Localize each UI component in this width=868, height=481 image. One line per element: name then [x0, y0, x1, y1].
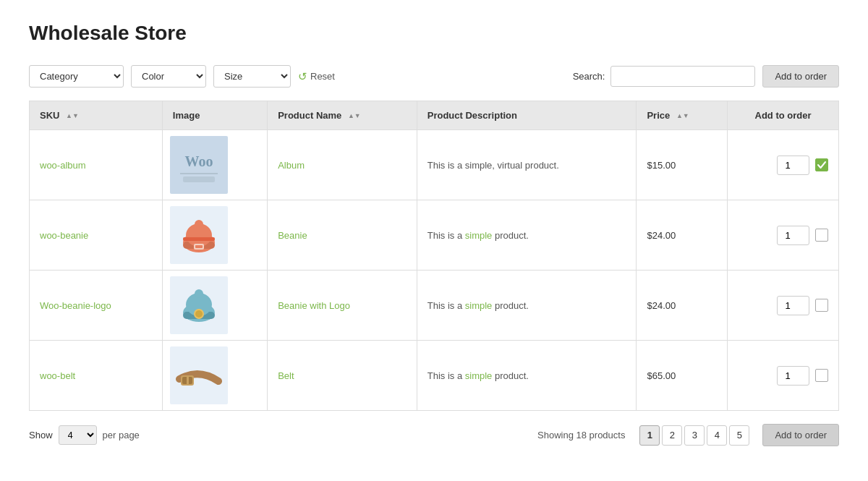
beanie-blue-image [174, 280, 224, 331]
svg-text:Woo: Woo [184, 153, 213, 169]
product-image-cell [162, 271, 267, 341]
col-header-price: Price ▲▼ [637, 101, 728, 130]
page-button-5[interactable]: 5 [729, 425, 749, 446]
add-checkbox[interactable] [815, 229, 828, 242]
product-description: This is a simple product. [417, 341, 637, 411]
page-title: Wholesale Store [29, 22, 839, 45]
add-to-order-button-bottom[interactable]: Add to order [762, 424, 839, 446]
per-page-label: per page [103, 430, 140, 440]
add-checkbox[interactable] [815, 369, 828, 382]
col-header-description: Product Description [417, 101, 637, 130]
table-row: woo-album Woo AlbumThis is a simple, vir… [30, 130, 839, 200]
product-description: This is a simple product. [417, 200, 637, 271]
product-description: This is a simple product. [417, 271, 637, 341]
product-name-link[interactable]: Beanie [278, 230, 307, 241]
sku-link[interactable]: woo-belt [40, 370, 75, 381]
category-select[interactable]: Category Accessories Clothing Music [29, 65, 124, 88]
col-header-product-name: Product Name ▲▼ [268, 101, 417, 130]
search-input[interactable] [610, 66, 755, 87]
product-price: $65.00 [647, 370, 676, 381]
qty-input[interactable] [777, 296, 809, 315]
sku-sort-icon[interactable]: ▲▼ [66, 113, 79, 120]
table-row: woo-beanie BeanieThis is a simple produc… [30, 200, 839, 271]
description-simple-link[interactable]: simple [465, 230, 493, 241]
product-price: $24.00 [647, 300, 676, 311]
pagination: 12345 [639, 425, 749, 446]
svg-rect-3 [183, 176, 215, 182]
svg-point-9 [195, 220, 203, 229]
add-checkbox[interactable] [815, 299, 828, 312]
svg-point-16 [195, 289, 203, 298]
footer-bar: Show 4 8 12 per page Showing 18 products… [29, 424, 839, 446]
description-simple-link[interactable]: simple [465, 370, 493, 381]
search-area: Search: [573, 66, 756, 87]
products-table: SKU ▲▼ Image Product Name ▲▼ Product Des… [29, 101, 839, 411]
svg-rect-22 [187, 376, 189, 385]
showing-label: Showing 18 products [537, 430, 625, 440]
woo-album-image: Woo [173, 139, 225, 191]
size-select[interactable]: Size Large Medium Small [213, 65, 291, 88]
add-to-order-cell [728, 271, 839, 341]
per-page-select[interactable]: 4 8 12 [59, 425, 97, 445]
page-button-2[interactable]: 2 [662, 425, 682, 446]
col-header-image: Image [162, 101, 267, 130]
product-image-cell [162, 341, 267, 411]
add-to-order-cell [728, 341, 839, 411]
product-image-cell: Woo [162, 130, 267, 200]
sku-link[interactable]: woo-album [40, 160, 86, 171]
toolbar: Category Accessories Clothing Music Colo… [29, 65, 839, 88]
reset-icon: ↺ [298, 70, 307, 83]
product-name-link[interactable]: Album [278, 160, 305, 171]
qty-input[interactable] [777, 226, 809, 245]
table-row: Woo-beanie-logo Beanie with LogoThis is … [30, 271, 839, 341]
add-to-order-cell [728, 130, 839, 200]
qty-input[interactable] [777, 156, 809, 175]
description-simple-link[interactable]: simple [465, 300, 493, 311]
price-sort-icon[interactable]: ▲▼ [676, 113, 689, 120]
add-to-order-button-top[interactable]: Add to order [762, 65, 839, 88]
product-description: This is a simple, virtual product. [417, 130, 637, 200]
beanie-orange-image [174, 210, 224, 260]
svg-point-18 [195, 310, 203, 318]
page-button-4[interactable]: 4 [707, 425, 727, 446]
reset-button[interactable]: ↺ Reset [298, 70, 335, 83]
add-to-order-cell [728, 200, 839, 271]
col-header-sku: SKU ▲▼ [30, 101, 163, 130]
page-button-1[interactable]: 1 [639, 425, 660, 446]
product-price: $15.00 [647, 160, 676, 171]
qty-input[interactable] [777, 366, 809, 386]
svg-rect-11 [195, 245, 203, 248]
product-image-cell [162, 200, 267, 271]
search-label: Search: [573, 71, 605, 82]
product-name-link[interactable]: Beanie with Logo [278, 300, 350, 311]
product-name-sort-icon[interactable]: ▲▼ [348, 113, 361, 120]
svg-rect-8 [183, 237, 215, 241]
table-row: woo-belt BeltThis is a simple product.$6… [30, 341, 839, 411]
product-name-link[interactable]: Belt [278, 370, 294, 381]
belt-image [174, 354, 224, 397]
page-button-3[interactable]: 3 [684, 425, 705, 446]
sku-link[interactable]: woo-beanie [40, 230, 88, 241]
show-label: Show [29, 430, 53, 440]
sku-link[interactable]: Woo-beanie-logo [40, 300, 111, 311]
col-header-add-to-order: Add to order [728, 101, 839, 130]
product-price: $24.00 [647, 230, 676, 241]
color-select[interactable]: Color Blue Green Orange Red [131, 65, 206, 88]
add-checkbox[interactable] [815, 158, 828, 171]
